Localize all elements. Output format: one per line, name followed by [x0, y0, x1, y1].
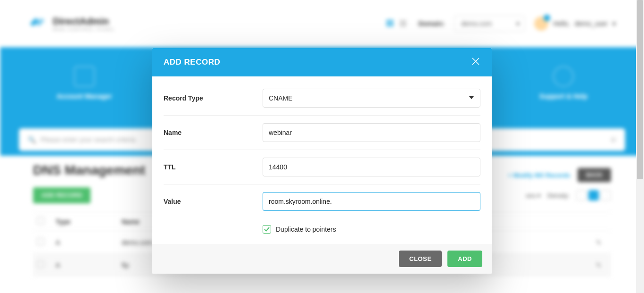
row-name: Name	[164, 116, 480, 150]
chevron-down-icon	[469, 94, 474, 102]
close-button[interactable]: CLOSE	[399, 251, 442, 267]
ttl-input[interactable]	[263, 158, 480, 176]
value-input[interactable]	[263, 192, 480, 211]
modal-footer: CLOSE ADD	[152, 244, 492, 274]
close-icon[interactable]	[471, 57, 480, 68]
label-value: Value	[164, 198, 253, 205]
duplicate-label: Duplicate to pointers	[276, 226, 336, 233]
record-type-value: CNAME	[269, 94, 293, 102]
modal-header: ADD RECORD	[152, 48, 492, 76]
label-ttl: TTL	[164, 163, 253, 171]
value-field[interactable]	[269, 198, 474, 205]
name-field[interactable]	[269, 129, 474, 136]
label-record-type: Record Type	[164, 94, 253, 102]
row-duplicate: Duplicate to pointers	[164, 218, 480, 244]
modal-body: Record Type CNAME Name	[152, 76, 492, 244]
record-type-select[interactable]: CNAME	[263, 89, 480, 108]
row-ttl: TTL	[164, 150, 480, 184]
add-record-modal: ADD RECORD Record Type CNAME Name	[152, 48, 492, 274]
add-button[interactable]: ADD	[447, 251, 482, 267]
modal-title: ADD RECORD	[164, 58, 220, 67]
label-name: Name	[164, 129, 253, 136]
modal-overlay: ADD RECORD Record Type CNAME Name	[0, 0, 644, 293]
duplicate-checkbox[interactable]	[263, 225, 271, 234]
row-value: Value	[164, 184, 480, 218]
ttl-field[interactable]	[269, 163, 474, 171]
row-record-type: Record Type CNAME	[164, 81, 480, 116]
name-input[interactable]	[263, 123, 480, 142]
